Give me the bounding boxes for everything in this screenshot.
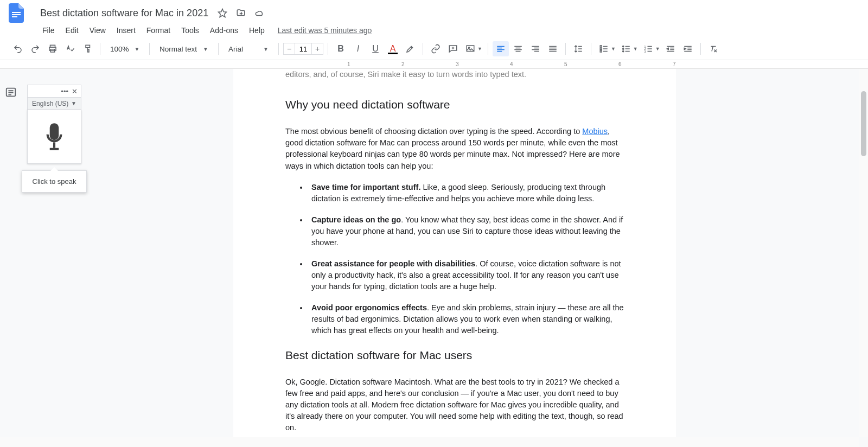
menu-view[interactable]: View bbox=[84, 24, 111, 37]
svg-marker-3 bbox=[219, 9, 227, 17]
bullet-list: Save time for important stuff. Like, a g… bbox=[285, 182, 624, 336]
menu-addons[interactable]: Add-ons bbox=[205, 24, 244, 37]
toolbar-separator bbox=[488, 43, 488, 55]
link-mobius[interactable]: Mobius bbox=[582, 127, 608, 136]
increase-font-size-button[interactable]: + bbox=[311, 43, 323, 55]
print-button[interactable] bbox=[44, 41, 61, 56]
toolbar-separator bbox=[591, 43, 591, 55]
ruler-tick: 1 bbox=[347, 61, 350, 67]
toolbar-separator bbox=[565, 43, 566, 55]
svg-rect-11 bbox=[600, 50, 602, 52]
font-select[interactable]: Arial▼ bbox=[223, 42, 274, 56]
svg-rect-19 bbox=[50, 148, 59, 150]
paragraph: Ok, Google. Dictation software Macintosh… bbox=[285, 376, 624, 433]
toolbar-separator bbox=[218, 43, 219, 55]
ruler-tick: 5 bbox=[564, 61, 567, 67]
undo-button[interactable] bbox=[10, 41, 26, 56]
increase-indent-button[interactable] bbox=[680, 41, 696, 56]
clear-formatting-button[interactable] bbox=[705, 41, 722, 56]
panel-close-icon[interactable]: ✕ bbox=[72, 87, 78, 95]
toolbar-separator bbox=[149, 43, 150, 55]
voice-language-select[interactable]: English (US) ▼ bbox=[27, 98, 81, 110]
zoom-select[interactable]: 100%▼ bbox=[105, 42, 145, 56]
checklist-button[interactable] bbox=[596, 41, 612, 56]
insert-image-button[interactable] bbox=[462, 41, 478, 56]
voice-language-value: English (US) bbox=[32, 100, 68, 107]
insert-link-button[interactable] bbox=[427, 41, 444, 56]
paragraph-style-select[interactable]: Normal text▼ bbox=[154, 42, 214, 56]
horizontal-ruler[interactable]: 1 2 3 4 5 6 7 bbox=[0, 60, 868, 69]
text-color-button[interactable]: A bbox=[385, 41, 401, 56]
horizontal-scrollbar[interactable] bbox=[0, 437, 859, 447]
align-left-button[interactable] bbox=[493, 41, 509, 56]
insert-comment-button[interactable] bbox=[445, 41, 461, 56]
star-icon[interactable] bbox=[217, 8, 228, 18]
paint-format-button[interactable] bbox=[79, 41, 95, 56]
toolbar-separator bbox=[278, 43, 279, 55]
menu-insert[interactable]: Insert bbox=[111, 24, 141, 37]
menu-format[interactable]: Format bbox=[141, 24, 176, 37]
paragraph: The most obvious benefit of choosing dic… bbox=[285, 126, 624, 171]
align-justify-button[interactable] bbox=[545, 41, 561, 56]
cloud-status-icon[interactable] bbox=[254, 8, 265, 18]
ruler-tick: 7 bbox=[673, 61, 676, 67]
align-right-button[interactable] bbox=[527, 41, 544, 56]
ruler-tick: 6 bbox=[618, 61, 622, 67]
highlight-button[interactable] bbox=[402, 41, 418, 56]
underline-button[interactable]: U bbox=[367, 41, 384, 56]
voice-typing-panel: ••• ✕ English (US) ▼ Click to speak bbox=[27, 85, 92, 193]
zoom-value: 100% bbox=[110, 45, 129, 53]
toolbar-separator bbox=[700, 43, 701, 55]
docs-logo[interactable] bbox=[5, 2, 27, 24]
menu-help[interactable]: Help bbox=[244, 24, 270, 37]
last-edit-link[interactable]: Last edit was 5 minutes ago bbox=[278, 26, 372, 35]
toolbar-separator bbox=[423, 43, 423, 55]
show-outline-button[interactable] bbox=[3, 84, 19, 103]
menu-edit[interactable]: Edit bbox=[60, 24, 84, 37]
ruler-tick: 3 bbox=[456, 61, 459, 67]
menu-tools[interactable]: Tools bbox=[176, 24, 205, 37]
document-title[interactable]: Best dictation software for Mac in 2021 bbox=[37, 7, 212, 20]
svg-text:3: 3 bbox=[644, 50, 646, 53]
list-item: Great assistance for people with disabil… bbox=[308, 258, 624, 292]
dropdown-caret-icon[interactable]: ▼ bbox=[655, 46, 660, 52]
svg-point-12 bbox=[622, 46, 623, 47]
decrease-indent-button[interactable] bbox=[662, 41, 679, 56]
paragraph-text: The most obvious benefit of choosing dic… bbox=[285, 127, 582, 136]
numbered-list-button[interactable]: 123 bbox=[640, 41, 656, 56]
svg-rect-0 bbox=[12, 12, 21, 13]
toolbar: 100%▼ Normal text▼ Arial▼ − 11 + B I U A… bbox=[0, 38, 868, 60]
dropdown-caret-icon[interactable]: ▼ bbox=[633, 46, 638, 52]
bullet-bold: Great assistance for people with disabil… bbox=[311, 259, 475, 268]
toolbar-separator bbox=[328, 43, 328, 55]
font-value: Arial bbox=[228, 45, 243, 53]
list-item: Save time for important stuff. Like, a g… bbox=[308, 182, 624, 205]
panel-more-icon[interactable]: ••• bbox=[61, 87, 68, 95]
redo-button[interactable] bbox=[27, 41, 43, 56]
document-page[interactable]: editors, and, of course, Siri make it ea… bbox=[233, 69, 676, 446]
decrease-font-size-button[interactable]: − bbox=[283, 43, 295, 55]
voice-tooltip: Click to speak bbox=[22, 170, 87, 193]
spellcheck-button[interactable] bbox=[62, 41, 78, 56]
dropdown-caret-icon[interactable]: ▼ bbox=[477, 46, 482, 52]
scrollbar-thumb[interactable] bbox=[861, 91, 866, 156]
list-item: Avoid poor ergonomics effects. Eye and s… bbox=[308, 302, 624, 336]
voice-mic-button[interactable] bbox=[27, 110, 81, 164]
italic-button[interactable]: I bbox=[350, 41, 366, 56]
svg-rect-10 bbox=[600, 48, 602, 50]
heading-why: Why you need dictation software bbox=[285, 97, 624, 113]
vertical-scrollbar[interactable] bbox=[859, 69, 868, 437]
menu-file[interactable]: File bbox=[37, 24, 60, 37]
bold-button[interactable]: B bbox=[333, 41, 349, 56]
svg-rect-1 bbox=[12, 14, 21, 15]
font-size-input[interactable]: 11 bbox=[295, 43, 311, 55]
align-center-button[interactable] bbox=[510, 41, 526, 56]
ruler-tick: 2 bbox=[401, 61, 405, 67]
list-item: Capture ideas on the go. You know what t… bbox=[308, 214, 624, 248]
cutoff-text: editors, and, of course, Siri make it ea… bbox=[285, 69, 624, 80]
dropdown-caret-icon[interactable]: ▼ bbox=[611, 46, 616, 52]
toolbar-separator bbox=[100, 43, 100, 55]
line-spacing-button[interactable] bbox=[570, 41, 586, 56]
move-icon[interactable] bbox=[235, 8, 246, 18]
bulleted-list-button[interactable] bbox=[618, 41, 634, 56]
